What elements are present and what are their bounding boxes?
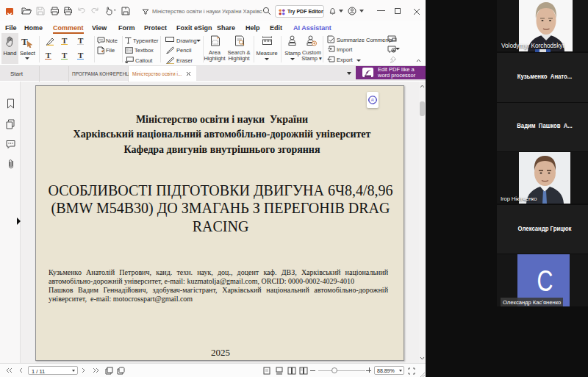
svg-text:AI: AI [371,98,374,102]
